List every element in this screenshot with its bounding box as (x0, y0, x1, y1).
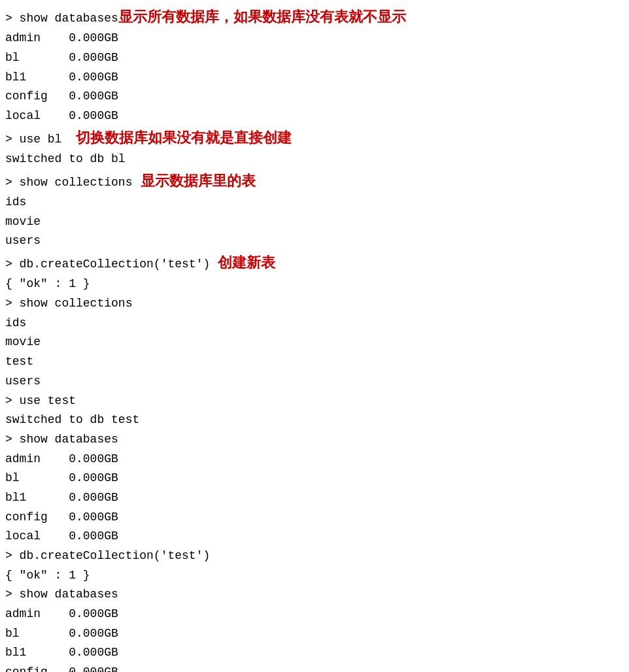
line-12: users (5, 231, 624, 251)
annotation-3: 显示数据库里的表 (132, 173, 255, 189)
line-24: bl 0.000GB (5, 469, 624, 488)
annotation-2: 切换数据库如果没有就是直接创建 (76, 129, 292, 146)
line-7: > use bl 切换数据库如果没有就是直接创建 (5, 126, 624, 150)
line-13: > db.createCollection('test') 创建新表 (5, 251, 624, 275)
line-20: > use test (5, 392, 624, 411)
line-15: > show collections (5, 294, 624, 314)
line-30: > show databases (5, 585, 624, 605)
line-33: bl1 0.000GB (5, 643, 624, 663)
prompt-create-col: > db.createCollection('test') (5, 258, 210, 271)
line-2: admin 0.000GB (5, 29, 624, 48)
line-19: users (5, 372, 624, 392)
line-6: local 0.000GB (5, 107, 624, 126)
line-34: config 0.000GB (5, 663, 624, 672)
line-3: bl 0.000GB (5, 48, 624, 68)
line-22: > show databases (5, 430, 624, 450)
line-32: bl 0.000GB (5, 624, 624, 644)
line-23: admin 0.000GB (5, 450, 624, 469)
line-14: { "ok" : 1 } (5, 275, 624, 294)
line-5: config 0.000GB (5, 87, 624, 107)
line-11: movie (5, 212, 624, 232)
terminal-output: > show databases显示所有数据库，如果数据库没有表就不显示 adm… (0, 3, 629, 672)
line-18: test (5, 352, 624, 372)
line-26: config 0.000GB (5, 508, 624, 528)
line-17: movie (5, 333, 624, 352)
line-29: { "ok" : 1 } (5, 566, 624, 586)
prompt-use-bl: > use bl (5, 133, 76, 146)
line-8: switched to db bl (5, 150, 624, 169)
line-16: ids (5, 314, 624, 333)
line-4: bl1 0.000GB (5, 68, 624, 88)
prompt-text: > show databases (5, 12, 118, 25)
prompt-show-col: > show collections (5, 176, 132, 189)
line-9: > show collections 显示数据库里的表 (5, 169, 624, 193)
line-27: local 0.000GB (5, 527, 624, 546)
line-28: > db.createCollection('test') (5, 546, 624, 566)
line-31: admin 0.000GB (5, 605, 624, 624)
line-21: switched to db test (5, 411, 624, 430)
line-1: > show databases显示所有数据库，如果数据库没有表就不显示 (5, 5, 624, 29)
line-10: ids (5, 193, 624, 212)
line-25: bl1 0.000GB (5, 488, 624, 508)
annotation-4: 创建新表 (210, 254, 275, 271)
annotation-1: 显示所有数据库，如果数据库没有表就不显示 (118, 8, 406, 25)
